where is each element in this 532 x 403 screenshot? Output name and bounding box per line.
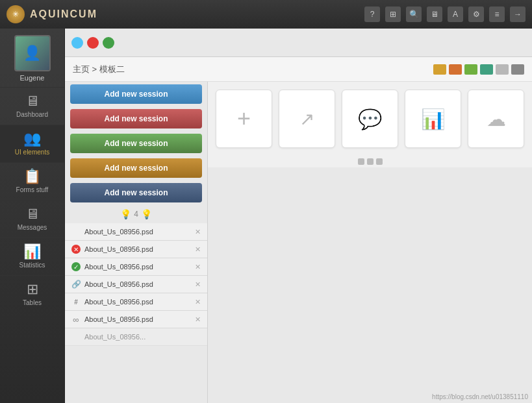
sidebar-item-label: UI elements [15,149,49,156]
messages-icon: 🖥 [25,207,40,221]
sidebar-item-label: Tables [23,299,42,306]
sidebar-item-statistics[interactable]: 📊 Statistics [0,238,64,275]
widget-grid: + ↗ 💬 📊 ☁ [208,82,532,156]
bulb-left-icon: 💡 [120,209,131,219]
monitor-icon[interactable]: 🖥 [427,6,442,22]
file-close-icon[interactable]: ✕ [195,263,201,271]
list-item[interactable]: # About_Us_08956.psd ✕ [65,293,207,311]
forms-icon: 📋 [23,169,41,184]
user-name: Eugene [20,74,45,82]
sidebar-item-messages[interactable]: 🖥 Messages [0,200,64,238]
help-icon[interactable]: ? [364,6,380,22]
file-status-ok: ✓ [71,262,81,271]
file-name: About_Us_08956.psd [84,315,191,323]
file-status-infinity: ∞ [71,315,81,324]
sidebar-item-ui-elements[interactable]: 👥 UI elements [0,125,64,162]
sidebar-item-tables[interactable]: ⊞ Tables [0,275,64,313]
breadcrumb: 主页 > 模板二 [73,64,125,75]
right-panel: + ↗ 💬 📊 ☁ [208,82,532,403]
dashboard-icon: 🖥 [25,94,40,108]
list-item[interactable]: ∞ About_Us_08956.psd ✕ [65,311,207,328]
watermark: https://blog.csdn.net/u013851110 [432,393,528,400]
widget-card-cloud[interactable]: ☁ [468,90,524,148]
file-close-icon[interactable]: ✕ [195,298,201,306]
ui-elements-icon: 👥 [23,132,41,146]
add-session-btn-gold[interactable]: Add new session [70,158,202,178]
file-name: About_Us_08956... [84,333,201,341]
add-session-btn-blue[interactable]: Add new session [70,84,202,104]
tab-green[interactable] [103,37,114,49]
add-session-btn-red[interactable]: Add new session [70,109,202,128]
cloud-widget-icon: ☁ [487,108,506,130]
list-item[interactable]: About_Us_08956.psd ✕ [65,223,207,241]
top-bar-logo: ✳ AQUINCUM [6,5,364,23]
page-dot-3[interactable] [376,158,383,165]
add-session-btn-green[interactable]: Add new session [70,134,202,153]
action-btn-orange[interactable] [449,64,462,75]
sidebar-item-label: Messages [18,224,47,231]
sidebar-item-label: Statistics [19,262,45,269]
add-widget-icon: + [237,105,251,132]
file-status-none2 [71,332,81,341]
tab-blue[interactable] [71,37,83,49]
file-name: About_Us_08956.psd [84,263,191,271]
split-content: Add new session Add new session Add new … [65,82,532,403]
settings-icon[interactable]: ⚙ [468,6,484,22]
forward-icon[interactable]: → [510,6,526,22]
divider-count: 4 [134,210,138,219]
pagination-bar [208,156,532,167]
search-icon[interactable]: 🔍 [406,6,422,22]
list-item[interactable]: ✕ About_Us_08956.psd ✕ [65,241,207,258]
add-session-btn-steel[interactable]: Add new session [70,183,202,202]
avatar-image: 👤 [16,36,49,70]
content-area: 主页 > 模板二 Add new session Add new session… [65,29,532,403]
session-divider: 💡 4 💡 [65,205,207,223]
file-status-error: ✕ [71,245,81,254]
chat-widget-icon: 💬 [358,108,382,130]
top-bar: ✳ AQUINCUM ? ⊞ 🔍 🖥 A ⚙ ≡ → [0,0,532,29]
avatar: 👤 [14,35,51,71]
breadcrumb-bar: 主页 > 模板二 [65,57,532,82]
right-content-area [208,167,532,403]
logo-icon: ✳ [6,5,25,23]
export-widget-icon: ↗ [299,108,314,130]
file-status-none [71,227,81,236]
file-status-hash: # [71,297,81,306]
stats-widget-icon: 📊 [421,108,445,130]
file-close-icon[interactable]: ✕ [195,280,201,289]
sidebar-user: 👤 Eugene [0,29,64,87]
file-close-icon[interactable]: ✕ [195,228,201,236]
list-item[interactable]: About_Us_08956... [65,328,207,346]
list-item[interactable]: 🔗 About_Us_08956.psd ✕ [65,276,207,293]
widget-card-chat[interactable]: 💬 [342,90,398,148]
file-status-link: 🔗 [71,280,81,289]
file-close-icon[interactable]: ✕ [195,245,201,254]
page-dot-2[interactable] [367,158,374,165]
widget-card-add[interactable]: + [216,90,272,148]
main-layout: 👤 Eugene 🖥 Dashboard 👥 UI elements 📋 For… [0,29,532,403]
font-icon[interactable]: A [448,6,463,22]
tables-icon: ⊞ [27,282,38,297]
content-header [65,29,532,57]
action-btn-dark[interactable] [511,64,524,75]
action-btn-gold[interactable] [433,64,446,75]
widget-card-stats[interactable]: 📊 [405,90,461,148]
page-dot-1[interactable] [358,158,364,165]
sidebar-item-label: Forms stuff [16,186,49,193]
grid-icon[interactable]: ⊞ [385,6,401,22]
left-panel: Add new session Add new session Add new … [65,82,208,403]
sidebar: 👤 Eugene 🖥 Dashboard 👥 UI elements 📋 For… [0,29,65,403]
statistics-icon: 📊 [23,245,41,259]
file-name: About_Us_08956.psd [84,298,191,306]
widget-card-export[interactable]: ↗ [279,90,335,148]
menu-icon[interactable]: ≡ [489,6,505,22]
tab-red[interactable] [87,37,99,49]
sidebar-item-dashboard[interactable]: 🖥 Dashboard [0,87,64,125]
action-btn-teal[interactable] [480,64,493,75]
file-close-icon[interactable]: ✕ [195,315,201,324]
action-btn-green[interactable] [464,64,477,75]
sidebar-item-forms[interactable]: 📋 Forms stuff [0,162,64,200]
logo-text: AQUINCUM [30,8,97,20]
action-btn-gray[interactable] [496,64,509,75]
list-item[interactable]: ✓ About_Us_08956.psd ✕ [65,258,207,276]
